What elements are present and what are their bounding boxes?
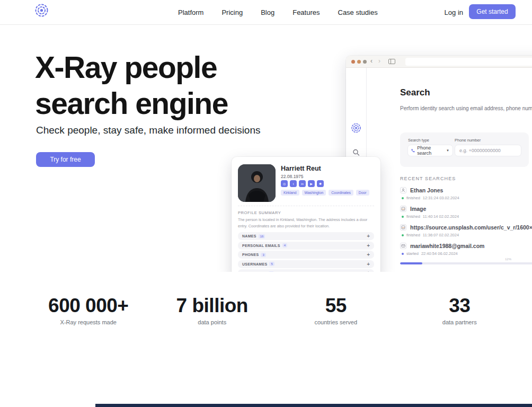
app-logo-icon[interactable] (351, 122, 362, 134)
status-text: started (406, 251, 419, 256)
status-dot (402, 234, 404, 236)
accordion-row-addresses[interactable]: ADDRESSES 2 + (238, 269, 374, 272)
section-label: NAMES (242, 234, 256, 238)
profile-summary-text: The person is located in Kirkland, Washi… (238, 217, 370, 229)
list-item[interactable]: https://source.unsplash.com/user/c_v_r/1… (400, 224, 532, 237)
get-started-button[interactable]: Get started (469, 4, 516, 19)
section-label: PHONES (242, 253, 259, 256)
status-dot (402, 216, 404, 218)
search-type-dropdown[interactable]: Phone search ▼ (407, 145, 453, 156)
hero-title: X-Ray peoplesearch engine (35, 49, 228, 121)
search-form-panel: Search type Phone number Phone search ▼ (400, 132, 529, 167)
recent-search-name[interactable]: https://source.unsplash.com/user/c_v_r/1… (410, 224, 532, 231)
list-item[interactable]: Image finished 11:40:14 02.02.2024 (400, 205, 532, 219)
footer-section-edge (95, 404, 532, 407)
count-badge: 16 (259, 234, 265, 238)
recent-search-name[interactable]: Image (410, 206, 426, 212)
expand-plus-icon[interactable]: + (367, 233, 370, 239)
chevron-down-icon: ▼ (446, 149, 449, 152)
accordion-row-phones[interactable]: PHONES 3 + (238, 251, 374, 259)
profile-name: Harriett Reut (281, 165, 321, 172)
search-type-label: Search type (408, 138, 429, 143)
try-for-free-button[interactable]: Try for free (36, 152, 95, 167)
stats-row: 600 000+ X-Ray requests made 7 billion d… (26, 295, 521, 325)
progress-percent-label: 12% (505, 258, 511, 261)
count-badge: 2 (269, 271, 273, 272)
recent-search-name[interactable]: Ethan Jones (410, 187, 443, 193)
status-time: 12:31:24 03.02.2024 (423, 196, 459, 200)
tag-pill[interactable]: Coordinates (329, 190, 353, 196)
status-time: 11:40:14 02.02.2024 (423, 214, 459, 219)
search-progress: 12% (400, 262, 532, 264)
expand-plus-icon[interactable]: + (367, 243, 370, 249)
window-minimize-icon[interactable] (357, 60, 361, 64)
stat-value: 7 billion (150, 295, 274, 317)
tag-pill[interactable]: Kirkland (281, 190, 299, 196)
profile-result-card: Harriett Reut 22.08.1975 ◎ t in ▶ ✱ Kirk… (232, 157, 380, 272)
count-badge: 5 (269, 262, 274, 266)
accordion-row-personal-emails[interactable]: PERSONAL EMAILS 4 + (238, 242, 374, 250)
phone-number-input[interactable] (455, 145, 521, 156)
hero-section: X-Ray peoplesearch engine Check people, … (0, 25, 532, 272)
section-label: ADDRESSES (242, 271, 267, 272)
search-icon[interactable] (353, 149, 360, 156)
tag-pill[interactable]: Door (356, 190, 369, 196)
login-link[interactable]: Log in (445, 0, 463, 25)
status-time: 22:40:54 06.02.2024 (421, 251, 458, 256)
progress-fill (400, 262, 422, 264)
list-item[interactable]: mariawhite1988@gmail.com started 22:40:5… (400, 242, 532, 256)
expand-plus-icon[interactable]: + (367, 270, 370, 272)
nav-link-case-studies[interactable]: Case studies (338, 8, 378, 16)
stat-label: data points (150, 319, 274, 325)
expand-plus-icon[interactable]: + (367, 261, 370, 267)
youtube-icon[interactable]: ▶ (308, 180, 315, 187)
accordion-row-usernames[interactable]: USERNAMES 5 + (238, 260, 374, 268)
brand-logo-icon[interactable] (34, 3, 49, 18)
stat-countries: 55 countries served (274, 295, 398, 325)
accordion-row-names[interactable]: NAMES 16 + (238, 232, 374, 240)
email-icon (400, 243, 406, 249)
nav-links: Platform Pricing Blog Features Case stud… (178, 0, 378, 25)
nav-link-blog[interactable]: Blog (261, 8, 274, 16)
nav-link-pricing[interactable]: Pricing (221, 8, 243, 16)
stat-value: 33 (398, 295, 522, 317)
landing-page: Platform Pricing Blog Features Case stud… (0, 0, 532, 407)
search-type-value: Phone search (417, 145, 444, 156)
tag-pill[interactable]: Washington (302, 190, 326, 196)
expand-plus-icon[interactable]: + (367, 252, 370, 258)
instagram-icon[interactable]: ◎ (281, 180, 288, 187)
list-item[interactable]: Ethan Jones finished 12:31:24 03.02.2024 (400, 187, 532, 200)
url-bar[interactable]: x-ray.contact (405, 58, 532, 66)
status-dot (402, 253, 404, 255)
divider (238, 206, 374, 206)
linkedin-icon[interactable]: in (299, 180, 306, 187)
image-icon (400, 206, 406, 212)
stat-partners: 33 data partners (398, 295, 522, 325)
image-icon (400, 224, 406, 231)
recent-searches-heading: RECENT SEARCHES (400, 176, 456, 181)
status-text: finished (406, 196, 420, 200)
stat-requests: 600 000+ X-Ray requests made (26, 295, 150, 325)
profile-tags: Kirkland Washington Coordinates Door (281, 190, 369, 196)
twitter-icon[interactable]: t (290, 180, 297, 187)
sidebar-toggle-icon[interactable] (388, 59, 395, 64)
stat-label: countries served (274, 319, 398, 325)
status-text: finished (406, 233, 420, 237)
forward-icon[interactable]: › (378, 57, 380, 65)
window-maximize-icon[interactable] (363, 60, 367, 64)
recent-searches-list: Ethan Jones finished 12:31:24 03.02.2024 (400, 187, 532, 261)
stat-value: 55 (274, 295, 398, 317)
browser-chrome: ‹ › x-ray.contact (346, 56, 532, 68)
status-text: finished (406, 214, 420, 219)
back-icon[interactable]: ‹ (370, 57, 373, 65)
window-close-icon[interactable] (351, 60, 355, 64)
status-dot (402, 197, 404, 199)
nav-link-features[interactable]: Features (292, 8, 320, 16)
stat-label: X-Ray requests made (26, 319, 150, 325)
nav-link-platform[interactable]: Platform (178, 8, 203, 16)
app-main: Search Perform identity search using ema… (367, 68, 532, 272)
settings-icon[interactable]: ✱ (317, 180, 324, 187)
section-label: USERNAMES (242, 262, 267, 266)
recent-search-name[interactable]: mariawhite1988@gmail.com (410, 243, 484, 249)
search-page-title: Search (400, 87, 430, 98)
